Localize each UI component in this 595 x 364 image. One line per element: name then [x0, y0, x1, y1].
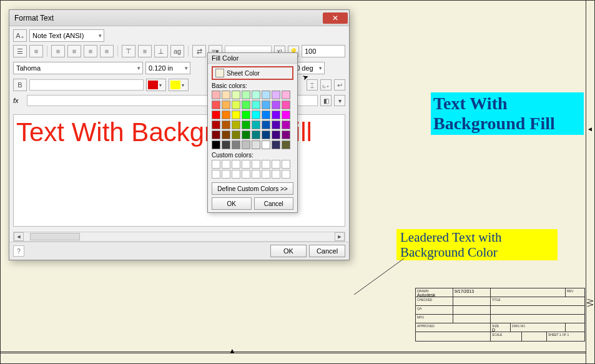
custom-color-slot[interactable] — [272, 170, 280, 179]
custom-color-slot[interactable] — [222, 160, 230, 169]
line-spacing-icon[interactable]: ag — [170, 45, 184, 57]
color-swatch[interactable] — [212, 140, 220, 149]
color-swatch[interactable] — [242, 130, 250, 139]
help-icon[interactable]: ? — [13, 245, 24, 257]
ok-button[interactable]: OK — [270, 245, 307, 257]
color-swatch[interactable] — [222, 91, 230, 99]
titlebar[interactable]: Format Text ✕ — [9, 10, 349, 26]
fx-x-icon[interactable]: ▾ — [334, 95, 345, 106]
color-swatch[interactable] — [212, 121, 220, 129]
char-field[interactable] — [29, 79, 144, 91]
color-swatch[interactable] — [282, 121, 290, 129]
color-swatch[interactable] — [212, 111, 220, 119]
color-swatch[interactable] — [272, 91, 280, 99]
popup-cancel-button[interactable]: Cancel — [254, 197, 294, 210]
custom-color-slot[interactable] — [252, 160, 260, 169]
color-swatch[interactable] — [262, 121, 270, 129]
color-swatch[interactable] — [222, 121, 230, 129]
custom-color-slot[interactable] — [262, 170, 270, 179]
define-custom-colors-button[interactable]: Define Custom Colors >> — [212, 182, 293, 195]
custom-color-slot[interactable] — [242, 170, 250, 179]
horizontal-scrollbar[interactable]: ◄ ► — [13, 232, 345, 242]
align-right-icon[interactable]: ≡ — [84, 45, 97, 57]
cancel-button[interactable]: Cancel — [309, 245, 345, 257]
color-swatch[interactable] — [242, 101, 250, 109]
highlight-color-button[interactable]: ▾ — [169, 79, 189, 91]
custom-color-slot[interactable] — [232, 170, 240, 179]
color-swatch[interactable] — [262, 130, 270, 139]
color-swatch[interactable] — [212, 101, 220, 109]
valign-bot-icon[interactable]: ⊥ — [154, 45, 168, 57]
color-swatch[interactable] — [282, 130, 290, 139]
custom-color-slot[interactable] — [232, 160, 240, 169]
align-center-icon[interactable]: ≡ — [67, 45, 81, 57]
bullets-icon[interactable]: ☰ — [13, 45, 27, 57]
color-swatch[interactable] — [252, 121, 260, 129]
color-swatch[interactable] — [282, 111, 290, 119]
font-color-button[interactable]: ▾ — [146, 79, 166, 91]
color-swatch[interactable] — [212, 130, 220, 139]
color-swatch[interactable] — [282, 101, 290, 109]
color-swatch[interactable] — [212, 91, 220, 99]
color-swatch[interactable] — [282, 91, 290, 99]
custom-color-slot[interactable] — [222, 170, 230, 179]
close-button[interactable]: ✕ — [323, 12, 348, 24]
color-swatch[interactable] — [252, 101, 260, 109]
color-swatch[interactable] — [252, 91, 260, 99]
paragraph-icon[interactable]: ↩ — [334, 79, 345, 91]
color-swatch[interactable] — [222, 111, 230, 119]
color-swatch[interactable] — [262, 91, 270, 99]
color-swatch[interactable] — [232, 121, 240, 129]
custom-color-slot[interactable] — [282, 160, 290, 169]
color-swatch[interactable] — [262, 111, 270, 119]
custom-color-slot[interactable] — [282, 170, 290, 179]
color-swatch[interactable] — [272, 121, 280, 129]
color-swatch[interactable] — [242, 140, 250, 149]
color-swatch[interactable] — [242, 121, 250, 129]
numbering-icon[interactable]: ≡ — [29, 45, 43, 57]
color-swatch[interactable] — [252, 130, 260, 139]
color-swatch[interactable] — [222, 130, 230, 139]
color-swatch[interactable] — [272, 101, 280, 109]
size-input[interactable]: 0.120 in — [145, 62, 190, 74]
color-swatch[interactable] — [262, 101, 270, 109]
scroll-thumb[interactable] — [30, 233, 80, 240]
scroll-left-icon[interactable]: ◄ — [14, 232, 24, 241]
color-swatch[interactable] — [242, 91, 250, 99]
custom-color-slot[interactable] — [212, 160, 220, 169]
color-swatch[interactable] — [272, 130, 280, 139]
align-left-icon[interactable]: ≡ — [51, 45, 65, 57]
scroll-right-icon[interactable]: ► — [335, 232, 345, 241]
sheet-color-option[interactable]: Sheet Color — [212, 66, 293, 80]
color-swatch[interactable] — [232, 101, 240, 109]
custom-color-slot[interactable] — [262, 160, 270, 169]
fx-add-icon[interactable]: ◧ — [320, 95, 332, 106]
color-swatch[interactable] — [252, 111, 260, 119]
style-combo[interactable]: Note Text (ANSI) — [29, 29, 104, 42]
font-combo[interactable]: Tahoma — [13, 62, 143, 74]
text-case-icon[interactable]: ⎁▾ — [320, 79, 332, 91]
bold-icon[interactable]: B — [13, 79, 27, 91]
popup-ok-button[interactable]: OK — [212, 197, 252, 210]
justify-icon[interactable]: ≡ — [100, 45, 114, 57]
flow-icon[interactable]: ⇄ — [192, 45, 206, 57]
color-swatch[interactable] — [272, 140, 280, 149]
custom-color-slot[interactable] — [252, 170, 260, 179]
valign-top-icon[interactable]: ⊤ — [122, 45, 135, 57]
custom-color-slot[interactable] — [242, 160, 250, 169]
color-swatch[interactable] — [222, 140, 230, 149]
color-swatch[interactable] — [262, 140, 270, 149]
stretch-input[interactable]: 100 — [302, 45, 345, 57]
color-swatch[interactable] — [242, 111, 250, 119]
color-swatch[interactable] — [222, 101, 230, 109]
valign-mid-icon[interactable]: ≡ — [138, 45, 152, 57]
color-swatch[interactable] — [232, 111, 240, 119]
color-swatch[interactable] — [282, 140, 290, 149]
color-swatch[interactable] — [272, 111, 280, 119]
color-swatch[interactable] — [232, 140, 240, 149]
custom-color-slot[interactable] — [212, 170, 220, 179]
color-swatch[interactable] — [232, 91, 240, 99]
color-swatch[interactable] — [252, 140, 260, 149]
custom-color-slot[interactable] — [272, 160, 280, 169]
color-swatch[interactable] — [232, 130, 240, 139]
